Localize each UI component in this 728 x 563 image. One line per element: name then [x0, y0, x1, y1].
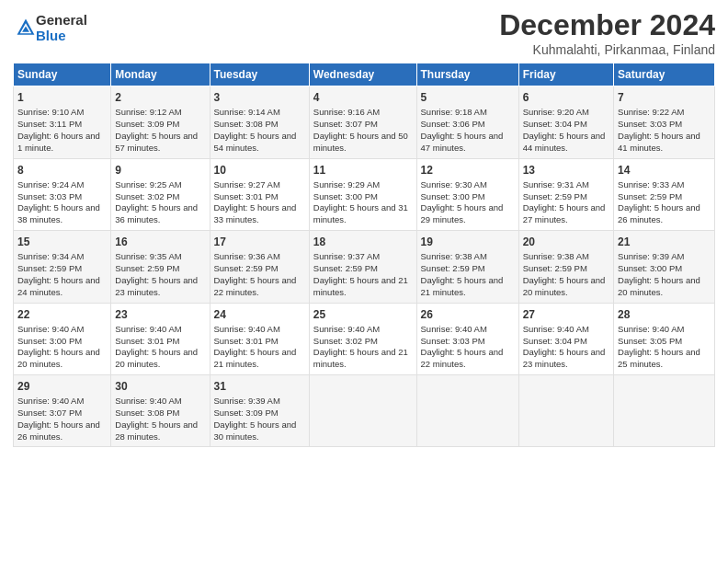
daylight-text: Daylight: 5 hours and 30 minutes.: [214, 419, 297, 442]
day-number: 29: [17, 379, 107, 394]
main-title: December 2024: [499, 9, 715, 41]
day-number: 28: [618, 307, 711, 322]
calendar-cell: [614, 374, 715, 446]
daylight-text: Daylight: 5 hours and 22 minutes.: [214, 275, 297, 297]
calendar-cell: 19Sunrise: 9:38 AMSunset: 2:59 PMDayligh…: [416, 231, 518, 303]
sunrise-text: Sunrise: 9:16 AM: [313, 107, 380, 117]
sunrise-text: Sunrise: 9:39 AM: [618, 251, 684, 261]
sunrise-text: Sunrise: 9:40 AM: [214, 324, 280, 334]
sunrise-text: Sunrise: 9:12 AM: [115, 107, 181, 117]
sunrise-text: Sunrise: 9:20 AM: [523, 107, 589, 117]
sunrise-text: Sunrise: 9:34 AM: [17, 251, 84, 261]
calendar-cell: 7Sunrise: 9:22 AMSunset: 3:03 PMDaylight…: [614, 86, 715, 158]
calendar-cell: 1Sunrise: 9:10 AMSunset: 3:11 PMDaylight…: [14, 86, 111, 158]
daylight-text: Daylight: 5 hours and 21 minutes.: [421, 275, 504, 297]
sunrise-text: Sunrise: 9:14 AM: [214, 107, 280, 117]
sunrise-text: Sunrise: 9:38 AM: [421, 251, 487, 261]
daylight-text: Daylight: 5 hours and 25 minutes.: [618, 347, 700, 369]
daylight-text: Daylight: 5 hours and 41 minutes.: [618, 131, 700, 153]
day-number: 12: [421, 163, 515, 178]
calendar-cell: 8Sunrise: 9:24 AMSunset: 3:03 PMDaylight…: [14, 158, 111, 230]
daylight-text: Daylight: 5 hours and 29 minutes.: [421, 202, 504, 224]
sunset-text: Sunset: 2:59 PM: [523, 191, 587, 201]
logo-icon: [16, 17, 36, 38]
day-number: 17: [214, 235, 305, 249]
sunrise-text: Sunrise: 9:30 AM: [421, 179, 487, 190]
day-number: 25: [313, 307, 413, 322]
logo: General Blue: [13, 13, 87, 43]
sunrise-text: Sunrise: 9:35 AM: [115, 251, 181, 261]
sunset-text: Sunset: 3:09 PM: [214, 408, 279, 418]
day-number: 2: [115, 90, 205, 105]
daylight-text: Daylight: 5 hours and 38 minutes.: [17, 202, 100, 224]
daylight-text: Daylight: 5 hours and 54 minutes.: [214, 131, 297, 153]
sunset-text: Sunset: 3:02 PM: [115, 191, 179, 201]
sunset-text: Sunset: 2:59 PM: [523, 263, 587, 273]
day-number: 31: [214, 379, 305, 394]
daylight-text: Daylight: 5 hours and 33 minutes.: [214, 202, 297, 224]
calendar-cell: 28Sunrise: 9:40 AMSunset: 3:05 PMDayligh…: [614, 303, 715, 374]
sunset-text: Sunset: 3:03 PM: [618, 119, 682, 129]
sunset-text: Sunset: 3:00 PM: [313, 191, 378, 201]
calendar-cell: 23Sunrise: 9:40 AMSunset: 3:01 PMDayligh…: [111, 303, 210, 374]
sunset-text: Sunset: 2:59 PM: [115, 263, 179, 273]
sunset-text: Sunset: 3:01 PM: [115, 336, 179, 346]
day-number: 24: [214, 307, 305, 322]
day-number: 26: [421, 307, 515, 322]
day-number: 15: [17, 235, 107, 249]
daylight-text: Daylight: 5 hours and 28 minutes.: [115, 419, 198, 442]
sunset-text: Sunset: 2:59 PM: [214, 263, 279, 273]
page-container: General Blue December 2024 Kuhmalahti, P…: [0, 0, 728, 456]
sunset-text: Sunset: 3:00 PM: [17, 336, 82, 346]
week-row-1: 1Sunrise: 9:10 AMSunset: 3:11 PMDaylight…: [14, 86, 715, 158]
sunset-text: Sunset: 2:59 PM: [618, 191, 682, 201]
header-cell-wednesday: Wednesday: [309, 63, 416, 86]
day-number: 23: [115, 307, 205, 322]
daylight-text: Daylight: 5 hours and 24 minutes.: [17, 275, 100, 297]
day-number: 1: [17, 90, 107, 105]
sunset-text: Sunset: 3:07 PM: [313, 119, 378, 129]
daylight-text: Daylight: 5 hours and 50 minutes.: [313, 131, 408, 153]
day-number: 4: [313, 90, 413, 105]
week-row-3: 15Sunrise: 9:34 AMSunset: 2:59 PMDayligh…: [14, 231, 715, 303]
sunset-text: Sunset: 2:59 PM: [313, 263, 378, 273]
day-number: 5: [421, 90, 515, 105]
calendar-cell: 13Sunrise: 9:31 AMSunset: 2:59 PMDayligh…: [518, 158, 613, 230]
sunset-text: Sunset: 2:59 PM: [17, 263, 82, 273]
calendar-cell: 12Sunrise: 9:30 AMSunset: 3:00 PMDayligh…: [416, 158, 518, 230]
daylight-text: Daylight: 5 hours and 26 minutes.: [17, 419, 100, 442]
sunrise-text: Sunrise: 9:40 AM: [17, 396, 84, 406]
daylight-text: Daylight: 5 hours and 44 minutes.: [523, 131, 606, 153]
logo-general-text: General: [36, 13, 87, 29]
sunrise-text: Sunrise: 9:40 AM: [115, 324, 181, 334]
sunrise-text: Sunrise: 9:40 AM: [618, 324, 684, 334]
sunset-text: Sunset: 3:01 PM: [214, 336, 279, 346]
sunset-text: Sunset: 3:03 PM: [17, 191, 82, 201]
calendar-cell: 15Sunrise: 9:34 AMSunset: 2:59 PMDayligh…: [14, 231, 111, 303]
header-cell-saturday: Saturday: [614, 63, 715, 86]
sunset-text: Sunset: 3:05 PM: [618, 336, 682, 346]
sunrise-text: Sunrise: 9:27 AM: [214, 179, 280, 190]
daylight-text: Daylight: 5 hours and 23 minutes.: [115, 275, 198, 297]
calendar-cell: 20Sunrise: 9:38 AMSunset: 2:59 PMDayligh…: [518, 231, 613, 303]
calendar-cell: 30Sunrise: 9:40 AMSunset: 3:08 PMDayligh…: [111, 374, 210, 446]
daylight-text: Daylight: 5 hours and 23 minutes.: [523, 347, 606, 369]
calendar-cell: 26Sunrise: 9:40 AMSunset: 3:03 PMDayligh…: [416, 303, 518, 374]
header-cell-monday: Monday: [111, 63, 210, 86]
day-number: 30: [115, 379, 205, 394]
day-number: 21: [618, 235, 711, 249]
daylight-text: Daylight: 5 hours and 21 minutes.: [313, 347, 408, 369]
header: General Blue December 2024 Kuhmalahti, P…: [13, 9, 715, 57]
daylight-text: Daylight: 5 hours and 47 minutes.: [421, 131, 504, 153]
sunrise-text: Sunrise: 9:31 AM: [523, 179, 589, 190]
sunrise-text: Sunrise: 9:33 AM: [618, 179, 684, 190]
sunrise-text: Sunrise: 9:25 AM: [115, 179, 181, 190]
daylight-text: Daylight: 5 hours and 20 minutes.: [115, 347, 198, 369]
header-row: SundayMondayTuesdayWednesdayThursdayFrid…: [14, 63, 715, 86]
sunset-text: Sunset: 3:02 PM: [313, 336, 378, 346]
day-number: 8: [17, 163, 107, 178]
calendar-cell: 14Sunrise: 9:33 AMSunset: 2:59 PMDayligh…: [614, 158, 715, 230]
sunrise-text: Sunrise: 9:40 AM: [17, 324, 84, 334]
sunset-text: Sunset: 3:04 PM: [523, 336, 587, 346]
sunset-text: Sunset: 3:04 PM: [523, 119, 587, 129]
